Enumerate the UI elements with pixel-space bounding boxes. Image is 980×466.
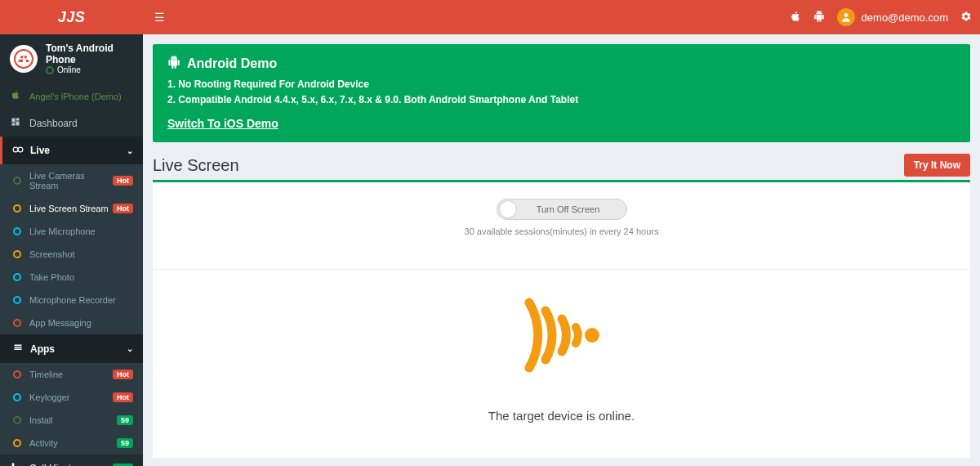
sidebar-item-app-messaging[interactable]: App Messaging [0, 311, 143, 334]
android-icon [167, 56, 180, 72]
svg-point-1 [20, 55, 24, 58]
sidebar-item-call-history[interactable]: Call Hisotry 484 [0, 455, 143, 466]
user-menu[interactable]: demo@demo.com [837, 8, 948, 26]
user-avatar-icon [837, 8, 855, 26]
sidebar-item-activity[interactable]: Activity 59 [0, 432, 143, 455]
circle-icon [13, 393, 21, 401]
toggle-handle-icon [499, 200, 517, 218]
svg-rect-6 [15, 345, 22, 347]
screen-toggle[interactable]: Turn Off Screen [497, 199, 627, 220]
device-status: Online [46, 65, 133, 74]
sidebar-item-dashboard[interactable]: Dashboard [0, 110, 143, 137]
circle-icon [13, 177, 21, 185]
svg-point-9 [585, 328, 599, 343]
circle-icon [13, 416, 21, 424]
svg-rect-7 [15, 347, 22, 348]
apps-label: Apps [30, 343, 55, 355]
phone-icon [10, 462, 21, 466]
device-status-message: The target device is online. [169, 409, 954, 423]
live-label: Live [30, 145, 50, 156]
sidebar-item-live-screen[interactable]: Live Screen Stream Hot [0, 197, 143, 220]
sidebar-item-microphone-recorder[interactable]: Microphone Recorder [0, 289, 143, 311]
svg-point-0 [844, 13, 848, 17]
apps-icon [12, 343, 24, 355]
page-title: Live Screen [153, 156, 239, 175]
sidebar-item-live-microphone[interactable]: Live Microphone [0, 220, 143, 243]
secondary-device-label: Angel's iPhone (Demo) [29, 92, 122, 101]
svg-point-4 [13, 147, 18, 152]
circle-icon [13, 273, 21, 281]
chevron-down-icon: ⌄ [127, 146, 133, 155]
signal-icon [169, 294, 954, 376]
sidebar-item-keylogger[interactable]: Keylogger Hot [0, 386, 143, 409]
dashboard-icon [10, 117, 21, 129]
circle-icon [13, 296, 21, 304]
device-name: Tom's Android Phone [46, 43, 133, 65]
apple-icon[interactable] [790, 11, 801, 25]
settings-icon[interactable] [960, 11, 972, 25]
dashboard-label: Dashboard [29, 118, 78, 129]
banner-line2: 2. Compatible Android 4.4.x, 5.x, 6.x, 7… [167, 92, 956, 108]
circle-icon [13, 227, 21, 235]
svg-point-2 [24, 55, 27, 58]
circle-icon [13, 370, 21, 379]
circle-icon [13, 250, 21, 258]
switch-demo-link[interactable]: Switch To iOS Demo [167, 117, 278, 130]
chevron-down-icon: ⌄ [127, 344, 133, 353]
try-it-button[interactable]: Try It Now [904, 154, 970, 177]
circle-icon [13, 439, 21, 447]
sidebar-section-live[interactable]: Live ⌄ [0, 137, 143, 164]
circle-icon [13, 204, 21, 213]
sidebar-item-live-cameras[interactable]: Live Cameras Stream Hot [0, 164, 143, 197]
device-avatar-icon [10, 45, 38, 73]
sidebar-item-take-photo[interactable]: Take Photo [0, 266, 143, 289]
sidebar-toggle[interactable]: ☰ [143, 11, 176, 24]
logo[interactable]: JJS [0, 0, 143, 34]
sidebar-item-secondary-device[interactable]: Angel's iPhone (Demo) [0, 83, 143, 110]
logo-text: JJS [58, 9, 86, 26]
android-icon[interactable] [813, 11, 825, 25]
svg-rect-8 [15, 349, 22, 351]
svg-point-3 [47, 67, 53, 74]
live-icon [12, 145, 24, 156]
sidebar-item-install[interactable]: Install 59 [0, 409, 143, 432]
session-info: 30 available sessions(minutes) in every … [169, 226, 954, 236]
svg-point-5 [18, 147, 23, 152]
user-email: demo@demo.com [862, 11, 948, 24]
banner-title: Android Demo [187, 56, 277, 71]
banner-line1: 1. No Rooting Required For Android Devic… [167, 77, 956, 92]
hamburger-icon: ☰ [154, 11, 165, 24]
apple-icon [10, 90, 21, 102]
sidebar-item-timeline[interactable]: Timeline Hot [0, 363, 143, 386]
divider [153, 269, 970, 270]
sidebar-section-apps[interactable]: Apps ⌄ [0, 334, 143, 363]
demo-banner: Android Demo 1. No Rooting Required For … [153, 44, 970, 142]
device-panel[interactable]: Tom's Android Phone Online [0, 34, 143, 83]
circle-icon [13, 319, 21, 327]
sidebar-item-screenshot[interactable]: Screenshot [0, 243, 143, 266]
